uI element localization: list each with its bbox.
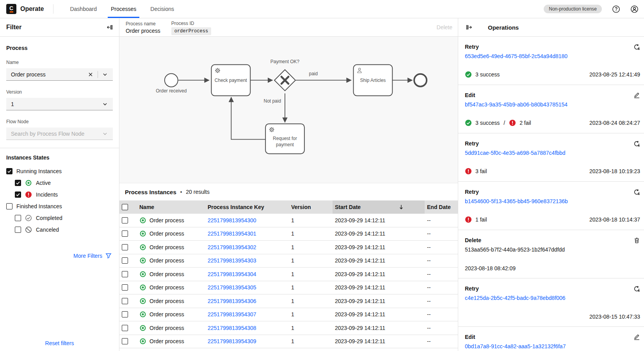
column-header-key[interactable]: Process Instance Key bbox=[205, 200, 289, 214]
column-header-name[interactable]: Name bbox=[137, 200, 205, 214]
instance-key-link[interactable]: 2251799813954305 bbox=[208, 284, 256, 291]
instances-states-title: Instances States bbox=[6, 154, 113, 161]
state-incidents[interactable]: Incidents bbox=[6, 189, 113, 200]
version-select[interactable]: 1 bbox=[6, 98, 113, 110]
chevron-down-icon[interactable] bbox=[102, 71, 108, 78]
instance-version: 1 bbox=[289, 325, 333, 331]
column-header-version[interactable]: Version bbox=[289, 200, 333, 214]
task-check-payment[interactable]: Check payment bbox=[212, 65, 251, 96]
state-completed[interactable]: Completed bbox=[6, 212, 113, 224]
instance-key-link[interactable]: 2251799813954307 bbox=[208, 311, 256, 317]
state-canceled[interactable]: Canceled bbox=[6, 224, 113, 236]
app-name: Operate bbox=[20, 5, 44, 12]
active-icon bbox=[139, 271, 146, 278]
instance-key-link[interactable]: 2251799813954304 bbox=[208, 271, 256, 277]
active-icon bbox=[139, 324, 146, 332]
column-header-end-date[interactable]: End Date bbox=[425, 200, 458, 214]
table-row: Order process 2251799813954304 1 2023-09… bbox=[119, 268, 458, 281]
operation-id-link[interactable]: 5dd91cae-5f0c-4e35-a698-5a7887c4fbbd bbox=[465, 150, 640, 156]
user-icon[interactable] bbox=[630, 5, 639, 13]
instance-key-link[interactable]: 2251799813954302 bbox=[208, 244, 256, 250]
row-checkbox[interactable] bbox=[122, 311, 128, 317]
instance-version: 1 bbox=[289, 311, 333, 317]
row-checkbox[interactable] bbox=[122, 325, 128, 331]
state-active[interactable]: Active bbox=[6, 177, 113, 189]
operation-id-link[interactable]: 0bd1a7a8-91cc-4a82-aaa5-1a32132f6fa7 bbox=[465, 343, 640, 349]
row-checkbox[interactable] bbox=[122, 217, 128, 223]
delete-icon[interactable] bbox=[633, 237, 640, 244]
state-label: Canceled bbox=[36, 227, 59, 233]
checkbox-completed[interactable] bbox=[15, 215, 21, 221]
exclusive-gateway[interactable]: Payment OK? bbox=[270, 59, 300, 91]
row-checkbox[interactable] bbox=[122, 271, 128, 277]
clear-selection-icon[interactable] bbox=[87, 71, 94, 78]
operation-id-link[interactable]: 653ed5e6-49ed-4675-85bf-2c54a94d8180 bbox=[465, 53, 640, 59]
operation-id: 513aa565-b7f2-440a-9523-1b2f647ddfdd bbox=[465, 246, 640, 253]
instance-key-link[interactable]: 2251799813954300 bbox=[208, 217, 256, 223]
row-checkbox[interactable] bbox=[122, 338, 128, 344]
table-row: Order process 2251799813954306 1 2023-09… bbox=[119, 294, 458, 308]
task-request-for-payment[interactable]: Request for payment bbox=[265, 124, 304, 154]
help-icon[interactable] bbox=[612, 5, 620, 13]
column-header-start-date[interactable]: Start Date bbox=[333, 200, 425, 214]
row-checkbox[interactable] bbox=[122, 298, 128, 304]
state-running-instances[interactable]: Running Instances bbox=[6, 165, 113, 177]
operation-entry: Retry c4e125da-2b5c-42f5-badc-9a78ebd8f0… bbox=[458, 278, 644, 327]
row-checkbox[interactable] bbox=[122, 230, 128, 237]
start-event[interactable]: Order received bbox=[156, 74, 187, 94]
flow-node-select[interactable]: Search by Process Flow Node bbox=[6, 128, 113, 140]
process-name-select[interactable]: Order process bbox=[6, 68, 113, 81]
state-label: Finished Instances bbox=[16, 203, 62, 209]
checkbox-running-instances[interactable] bbox=[6, 168, 12, 174]
reset-filters-button[interactable]: Reset filters bbox=[0, 340, 119, 346]
instance-key-link[interactable]: 2251799813954308 bbox=[208, 325, 256, 331]
active-icon bbox=[139, 230, 146, 237]
collapse-panel-left-icon[interactable] bbox=[107, 24, 113, 30]
tab-dashboard[interactable]: Dashboard bbox=[63, 0, 104, 18]
retry-icon[interactable] bbox=[633, 140, 640, 147]
operation-id-link[interactable]: bf547ac3-9a35-45b9-ab06-b80b43785154 bbox=[465, 101, 640, 108]
row-checkbox[interactable] bbox=[122, 244, 128, 250]
active-icon bbox=[139, 338, 146, 345]
tab-processes[interactable]: Processes bbox=[104, 0, 143, 18]
operation-id-link[interactable]: b1454600-5f13-4365-bb45-960e8372136b bbox=[465, 198, 640, 204]
task-ship-articles[interactable]: Ship Articles bbox=[354, 65, 393, 96]
retry-icon[interactable] bbox=[633, 189, 640, 195]
select-all-checkbox[interactable] bbox=[122, 204, 128, 210]
name-field-label: Name bbox=[6, 60, 113, 65]
instance-key-link[interactable]: 2251799813954303 bbox=[208, 257, 256, 264]
collapse-panel-right-icon[interactable] bbox=[466, 24, 472, 30]
operations-title: Operations bbox=[488, 24, 519, 31]
end-event[interactable] bbox=[414, 74, 427, 87]
operation-date: 2023-08-18 10:19:23 bbox=[589, 168, 640, 174]
edit-icon[interactable] bbox=[633, 92, 640, 99]
row-checkbox[interactable] bbox=[122, 257, 128, 264]
retry-icon[interactable] bbox=[633, 285, 640, 292]
checkbox-incidents[interactable] bbox=[15, 191, 21, 198]
chevron-down-icon[interactable] bbox=[102, 101, 108, 107]
success-icon bbox=[465, 119, 472, 126]
instance-key-link[interactable]: 2251799813954309 bbox=[208, 338, 256, 344]
checkbox-finished-instances[interactable] bbox=[6, 203, 12, 209]
operation-id-link[interactable]: c4e125da-2b5c-42f5-badc-9a78ebd8f006 bbox=[465, 295, 640, 301]
checkbox-active[interactable] bbox=[15, 180, 21, 186]
retry-icon[interactable] bbox=[633, 44, 640, 50]
instance-key-link[interactable]: 2251799813954306 bbox=[208, 298, 256, 304]
delete-button[interactable]: Delete bbox=[437, 24, 452, 30]
instance-key-link[interactable]: 2251799813954301 bbox=[208, 230, 256, 237]
state-finished-instances[interactable]: Finished Instances bbox=[6, 200, 113, 212]
status-separator: / bbox=[503, 120, 505, 126]
instance-start-date: 2023-09-29 14:12:11 bbox=[333, 325, 425, 331]
instance-version: 1 bbox=[289, 298, 333, 304]
table-row bbox=[119, 348, 458, 351]
sort-descending-icon[interactable] bbox=[398, 204, 404, 210]
more-filters-button[interactable]: More Filters bbox=[6, 253, 113, 259]
tab-decisions[interactable]: Decisions bbox=[143, 0, 181, 18]
flow-not-paid-label: Not paid bbox=[264, 98, 281, 104]
instance-name: Order process bbox=[149, 257, 184, 264]
row-checkbox[interactable] bbox=[122, 284, 128, 291]
instance-start-date: 2023-09-29 14:12:11 bbox=[333, 257, 425, 264]
checkbox-canceled[interactable] bbox=[15, 227, 21, 233]
edit-icon[interactable] bbox=[633, 334, 640, 340]
instance-version: 1 bbox=[289, 338, 333, 344]
